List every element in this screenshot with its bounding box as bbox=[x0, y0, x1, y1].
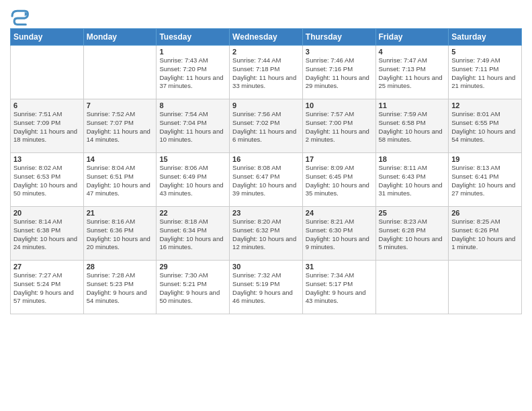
day-info: Sunrise: 7:47 AM Sunset: 7:13 PM Dayligh… bbox=[379, 56, 446, 91]
day-number: 12 bbox=[451, 101, 519, 109]
day-number: 23 bbox=[232, 209, 300, 217]
calendar-cell: 31Sunrise: 7:34 AM Sunset: 5:17 PM Dayli… bbox=[302, 261, 375, 314]
day-info: Sunrise: 7:30 AM Sunset: 5:21 PM Dayligh… bbox=[159, 271, 226, 306]
day-number: 6 bbox=[13, 101, 81, 109]
day-info: Sunrise: 8:20 AM Sunset: 6:32 PM Dayligh… bbox=[232, 218, 300, 252]
calendar-cell: 22Sunrise: 8:18 AM Sunset: 6:34 PM Dayli… bbox=[157, 207, 230, 261]
day-number: 31 bbox=[306, 263, 373, 271]
header-cell: Monday bbox=[83, 29, 157, 46]
day-number: 24 bbox=[306, 209, 373, 217]
day-info: Sunrise: 8:09 AM Sunset: 6:45 PM Dayligh… bbox=[306, 164, 373, 198]
calendar-cell: 2Sunrise: 7:44 AM Sunset: 7:18 PM Daylig… bbox=[230, 46, 303, 99]
header-cell: Friday bbox=[375, 29, 449, 46]
day-info: Sunrise: 7:27 AM Sunset: 5:24 PM Dayligh… bbox=[13, 271, 81, 306]
day-number: 26 bbox=[451, 209, 519, 217]
day-info: Sunrise: 8:14 AM Sunset: 6:38 PM Dayligh… bbox=[13, 218, 81, 252]
header-cell: Thursday bbox=[302, 29, 375, 46]
logo bbox=[10, 7, 32, 26]
calendar-cell bbox=[449, 261, 522, 314]
day-number: 7 bbox=[87, 101, 154, 109]
header-cell: Sunday bbox=[11, 29, 84, 46]
day-number: 4 bbox=[379, 48, 446, 56]
calendar-cell: 9Sunrise: 7:56 AM Sunset: 7:02 PM Daylig… bbox=[230, 99, 303, 153]
day-info: Sunrise: 8:23 AM Sunset: 6:28 PM Dayligh… bbox=[379, 218, 446, 252]
day-number: 19 bbox=[451, 155, 519, 163]
calendar-cell: 27Sunrise: 7:27 AM Sunset: 5:24 PM Dayli… bbox=[11, 261, 84, 314]
calendar-cell bbox=[375, 261, 449, 314]
day-info: Sunrise: 7:46 AM Sunset: 7:16 PM Dayligh… bbox=[306, 56, 373, 91]
calendar-cell: 23Sunrise: 8:20 AM Sunset: 6:32 PM Dayli… bbox=[230, 207, 303, 261]
day-info: Sunrise: 7:52 AM Sunset: 7:07 PM Dayligh… bbox=[87, 110, 154, 144]
calendar-body: 1Sunrise: 7:43 AM Sunset: 7:20 PM Daylig… bbox=[11, 46, 522, 314]
day-info: Sunrise: 8:01 AM Sunset: 6:55 PM Dayligh… bbox=[451, 110, 519, 144]
day-number: 16 bbox=[232, 155, 300, 163]
header bbox=[10, 7, 522, 26]
calendar-cell: 7Sunrise: 7:52 AM Sunset: 7:07 PM Daylig… bbox=[83, 99, 157, 153]
day-number: 22 bbox=[159, 209, 226, 217]
calendar-cell: 5Sunrise: 7:49 AM Sunset: 7:11 PM Daylig… bbox=[449, 46, 522, 99]
logo-icon bbox=[10, 7, 29, 26]
calendar-cell: 24Sunrise: 8:21 AM Sunset: 6:30 PM Dayli… bbox=[302, 207, 375, 261]
day-info: Sunrise: 7:59 AM Sunset: 6:58 PM Dayligh… bbox=[379, 110, 446, 144]
header-row: SundayMondayTuesdayWednesdayThursdayFrid… bbox=[11, 29, 522, 46]
day-number: 2 bbox=[232, 48, 300, 56]
calendar-week-row: 1Sunrise: 7:43 AM Sunset: 7:20 PM Daylig… bbox=[11, 46, 522, 99]
day-number: 27 bbox=[13, 263, 81, 271]
calendar-week-row: 6Sunrise: 7:51 AM Sunset: 7:09 PM Daylig… bbox=[11, 99, 522, 153]
day-number: 29 bbox=[159, 263, 226, 271]
calendar-cell: 30Sunrise: 7:32 AM Sunset: 5:19 PM Dayli… bbox=[230, 261, 303, 314]
header-cell: Wednesday bbox=[230, 29, 303, 46]
calendar-cell: 19Sunrise: 8:13 AM Sunset: 6:41 PM Dayli… bbox=[449, 153, 522, 207]
day-info: Sunrise: 7:44 AM Sunset: 7:18 PM Dayligh… bbox=[232, 56, 300, 91]
day-number: 10 bbox=[306, 101, 373, 109]
calendar-cell: 16Sunrise: 8:08 AM Sunset: 6:47 PM Dayli… bbox=[230, 153, 303, 207]
calendar-table: SundayMondayTuesdayWednesdayThursdayFrid… bbox=[10, 28, 522, 314]
calendar-cell: 21Sunrise: 8:16 AM Sunset: 6:36 PM Dayli… bbox=[83, 207, 157, 261]
day-number: 11 bbox=[379, 101, 446, 109]
day-info: Sunrise: 7:51 AM Sunset: 7:09 PM Dayligh… bbox=[13, 110, 81, 144]
day-info: Sunrise: 7:43 AM Sunset: 7:20 PM Dayligh… bbox=[159, 56, 226, 91]
day-info: Sunrise: 8:21 AM Sunset: 6:30 PM Dayligh… bbox=[306, 218, 373, 252]
calendar-cell: 13Sunrise: 8:02 AM Sunset: 6:53 PM Dayli… bbox=[11, 153, 84, 207]
day-info: Sunrise: 8:06 AM Sunset: 6:49 PM Dayligh… bbox=[159, 164, 226, 198]
day-info: Sunrise: 8:25 AM Sunset: 6:26 PM Dayligh… bbox=[451, 218, 519, 252]
calendar-cell: 11Sunrise: 7:59 AM Sunset: 6:58 PM Dayli… bbox=[375, 99, 449, 153]
calendar-cell: 8Sunrise: 7:54 AM Sunset: 7:04 PM Daylig… bbox=[157, 99, 230, 153]
calendar-cell bbox=[83, 46, 157, 99]
day-info: Sunrise: 8:18 AM Sunset: 6:34 PM Dayligh… bbox=[159, 218, 226, 252]
day-info: Sunrise: 7:56 AM Sunset: 7:02 PM Dayligh… bbox=[232, 110, 300, 144]
calendar-cell bbox=[11, 46, 84, 99]
day-info: Sunrise: 7:57 AM Sunset: 7:00 PM Dayligh… bbox=[306, 110, 373, 144]
calendar-cell: 29Sunrise: 7:30 AM Sunset: 5:21 PM Dayli… bbox=[157, 261, 230, 314]
day-number: 8 bbox=[159, 101, 226, 109]
day-info: Sunrise: 7:54 AM Sunset: 7:04 PM Dayligh… bbox=[159, 110, 226, 144]
calendar-cell: 10Sunrise: 7:57 AM Sunset: 7:00 PM Dayli… bbox=[302, 99, 375, 153]
day-number: 13 bbox=[13, 155, 81, 163]
day-number: 25 bbox=[379, 209, 446, 217]
calendar-header: SundayMondayTuesdayWednesdayThursdayFrid… bbox=[11, 29, 522, 46]
calendar-cell: 28Sunrise: 7:28 AM Sunset: 5:23 PM Dayli… bbox=[83, 261, 157, 314]
calendar-cell: 3Sunrise: 7:46 AM Sunset: 7:16 PM Daylig… bbox=[302, 46, 375, 99]
calendar-week-row: 27Sunrise: 7:27 AM Sunset: 5:24 PM Dayli… bbox=[11, 261, 522, 314]
day-number: 3 bbox=[306, 48, 373, 56]
calendar-cell: 12Sunrise: 8:01 AM Sunset: 6:55 PM Dayli… bbox=[449, 99, 522, 153]
calendar-cell: 4Sunrise: 7:47 AM Sunset: 7:13 PM Daylig… bbox=[375, 46, 449, 99]
calendar-cell: 25Sunrise: 8:23 AM Sunset: 6:28 PM Dayli… bbox=[375, 207, 449, 261]
day-info: Sunrise: 7:28 AM Sunset: 5:23 PM Dayligh… bbox=[87, 271, 154, 306]
calendar-cell: 1Sunrise: 7:43 AM Sunset: 7:20 PM Daylig… bbox=[157, 46, 230, 99]
main-container: SundayMondayTuesdayWednesdayThursdayFrid… bbox=[0, 0, 532, 318]
calendar-cell: 20Sunrise: 8:14 AM Sunset: 6:38 PM Dayli… bbox=[11, 207, 84, 261]
header-cell: Tuesday bbox=[157, 29, 230, 46]
header-cell: Saturday bbox=[449, 29, 522, 46]
day-number: 30 bbox=[232, 263, 300, 271]
day-info: Sunrise: 7:32 AM Sunset: 5:19 PM Dayligh… bbox=[232, 271, 300, 306]
day-number: 18 bbox=[379, 155, 446, 163]
day-info: Sunrise: 7:34 AM Sunset: 5:17 PM Dayligh… bbox=[306, 271, 373, 306]
calendar-cell: 6Sunrise: 7:51 AM Sunset: 7:09 PM Daylig… bbox=[11, 99, 84, 153]
day-number: 21 bbox=[87, 209, 154, 217]
day-info: Sunrise: 8:11 AM Sunset: 6:43 PM Dayligh… bbox=[379, 164, 446, 198]
day-number: 17 bbox=[306, 155, 373, 163]
calendar-cell: 26Sunrise: 8:25 AM Sunset: 6:26 PM Dayli… bbox=[449, 207, 522, 261]
calendar-week-row: 13Sunrise: 8:02 AM Sunset: 6:53 PM Dayli… bbox=[11, 153, 522, 207]
day-info: Sunrise: 8:04 AM Sunset: 6:51 PM Dayligh… bbox=[87, 164, 154, 198]
